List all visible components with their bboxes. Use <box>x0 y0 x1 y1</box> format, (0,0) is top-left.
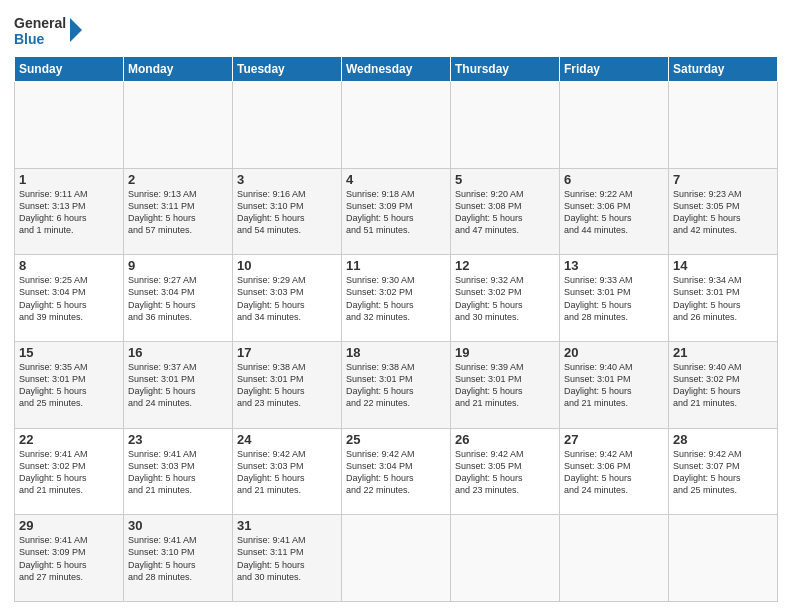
calendar-cell <box>342 515 451 602</box>
calendar-cell: 12Sunrise: 9:32 AM Sunset: 3:02 PM Dayli… <box>451 255 560 342</box>
calendar-cell: 29Sunrise: 9:41 AM Sunset: 3:09 PM Dayli… <box>15 515 124 602</box>
svg-marker-2 <box>70 18 82 42</box>
day-info: Sunrise: 9:37 AM Sunset: 3:01 PM Dayligh… <box>128 361 228 410</box>
day-info: Sunrise: 9:13 AM Sunset: 3:11 PM Dayligh… <box>128 188 228 237</box>
day-info: Sunrise: 9:22 AM Sunset: 3:06 PM Dayligh… <box>564 188 664 237</box>
day-info: Sunrise: 9:23 AM Sunset: 3:05 PM Dayligh… <box>673 188 773 237</box>
calendar-cell: 4Sunrise: 9:18 AM Sunset: 3:09 PM Daylig… <box>342 168 451 255</box>
day-number: 23 <box>128 432 228 447</box>
day-info: Sunrise: 9:41 AM Sunset: 3:02 PM Dayligh… <box>19 448 119 497</box>
calendar-cell: 21Sunrise: 9:40 AM Sunset: 3:02 PM Dayli… <box>669 341 778 428</box>
calendar-cell: 2Sunrise: 9:13 AM Sunset: 3:11 PM Daylig… <box>124 168 233 255</box>
calendar-cell: 26Sunrise: 9:42 AM Sunset: 3:05 PM Dayli… <box>451 428 560 515</box>
calendar-cell: 30Sunrise: 9:41 AM Sunset: 3:10 PM Dayli… <box>124 515 233 602</box>
page-container: GeneralBlue SundayMondayTuesdayWednesday… <box>0 0 792 612</box>
day-number: 24 <box>237 432 337 447</box>
calendar-week-5: 29Sunrise: 9:41 AM Sunset: 3:09 PM Dayli… <box>15 515 778 602</box>
day-info: Sunrise: 9:35 AM Sunset: 3:01 PM Dayligh… <box>19 361 119 410</box>
day-info: Sunrise: 9:42 AM Sunset: 3:05 PM Dayligh… <box>455 448 555 497</box>
calendar-cell: 7Sunrise: 9:23 AM Sunset: 3:05 PM Daylig… <box>669 168 778 255</box>
day-info: Sunrise: 9:29 AM Sunset: 3:03 PM Dayligh… <box>237 274 337 323</box>
day-number: 8 <box>19 258 119 273</box>
calendar-header-row: SundayMondayTuesdayWednesdayThursdayFrid… <box>15 57 778 82</box>
calendar-week-4: 22Sunrise: 9:41 AM Sunset: 3:02 PM Dayli… <box>15 428 778 515</box>
calendar-cell <box>342 82 451 169</box>
day-number: 16 <box>128 345 228 360</box>
calendar-cell: 28Sunrise: 9:42 AM Sunset: 3:07 PM Dayli… <box>669 428 778 515</box>
calendar-cell: 15Sunrise: 9:35 AM Sunset: 3:01 PM Dayli… <box>15 341 124 428</box>
logo-svg: GeneralBlue <box>14 12 84 48</box>
col-header-wednesday: Wednesday <box>342 57 451 82</box>
day-info: Sunrise: 9:18 AM Sunset: 3:09 PM Dayligh… <box>346 188 446 237</box>
day-number: 21 <box>673 345 773 360</box>
day-number: 27 <box>564 432 664 447</box>
day-info: Sunrise: 9:16 AM Sunset: 3:10 PM Dayligh… <box>237 188 337 237</box>
calendar-cell <box>124 82 233 169</box>
day-number: 25 <box>346 432 446 447</box>
calendar-cell: 27Sunrise: 9:42 AM Sunset: 3:06 PM Dayli… <box>560 428 669 515</box>
day-number: 30 <box>128 518 228 533</box>
calendar-cell <box>560 515 669 602</box>
calendar-cell <box>451 515 560 602</box>
calendar-cell: 17Sunrise: 9:38 AM Sunset: 3:01 PM Dayli… <box>233 341 342 428</box>
day-info: Sunrise: 9:38 AM Sunset: 3:01 PM Dayligh… <box>237 361 337 410</box>
logo: GeneralBlue <box>14 12 84 48</box>
calendar-cell: 19Sunrise: 9:39 AM Sunset: 3:01 PM Dayli… <box>451 341 560 428</box>
day-number: 5 <box>455 172 555 187</box>
svg-text:Blue: Blue <box>14 31 45 47</box>
calendar-week-3: 15Sunrise: 9:35 AM Sunset: 3:01 PM Dayli… <box>15 341 778 428</box>
day-number: 20 <box>564 345 664 360</box>
day-info: Sunrise: 9:41 AM Sunset: 3:11 PM Dayligh… <box>237 534 337 583</box>
calendar-cell <box>15 82 124 169</box>
day-info: Sunrise: 9:11 AM Sunset: 3:13 PM Dayligh… <box>19 188 119 237</box>
day-number: 19 <box>455 345 555 360</box>
calendar-week-0 <box>15 82 778 169</box>
day-info: Sunrise: 9:33 AM Sunset: 3:01 PM Dayligh… <box>564 274 664 323</box>
day-number: 13 <box>564 258 664 273</box>
calendar-cell <box>233 82 342 169</box>
day-info: Sunrise: 9:42 AM Sunset: 3:06 PM Dayligh… <box>564 448 664 497</box>
day-info: Sunrise: 9:27 AM Sunset: 3:04 PM Dayligh… <box>128 274 228 323</box>
col-header-monday: Monday <box>124 57 233 82</box>
day-number: 15 <box>19 345 119 360</box>
calendar-cell: 13Sunrise: 9:33 AM Sunset: 3:01 PM Dayli… <box>560 255 669 342</box>
day-number: 9 <box>128 258 228 273</box>
day-number: 18 <box>346 345 446 360</box>
calendar-cell: 8Sunrise: 9:25 AM Sunset: 3:04 PM Daylig… <box>15 255 124 342</box>
day-number: 3 <box>237 172 337 187</box>
day-number: 10 <box>237 258 337 273</box>
day-info: Sunrise: 9:42 AM Sunset: 3:04 PM Dayligh… <box>346 448 446 497</box>
calendar-week-1: 1Sunrise: 9:11 AM Sunset: 3:13 PM Daylig… <box>15 168 778 255</box>
day-info: Sunrise: 9:41 AM Sunset: 3:03 PM Dayligh… <box>128 448 228 497</box>
calendar-cell: 20Sunrise: 9:40 AM Sunset: 3:01 PM Dayli… <box>560 341 669 428</box>
day-info: Sunrise: 9:32 AM Sunset: 3:02 PM Dayligh… <box>455 274 555 323</box>
calendar-cell: 25Sunrise: 9:42 AM Sunset: 3:04 PM Dayli… <box>342 428 451 515</box>
calendar-cell <box>669 82 778 169</box>
day-number: 11 <box>346 258 446 273</box>
calendar-cell: 5Sunrise: 9:20 AM Sunset: 3:08 PM Daylig… <box>451 168 560 255</box>
day-info: Sunrise: 9:39 AM Sunset: 3:01 PM Dayligh… <box>455 361 555 410</box>
calendar-cell <box>451 82 560 169</box>
calendar-cell: 10Sunrise: 9:29 AM Sunset: 3:03 PM Dayli… <box>233 255 342 342</box>
calendar-cell: 14Sunrise: 9:34 AM Sunset: 3:01 PM Dayli… <box>669 255 778 342</box>
day-number: 4 <box>346 172 446 187</box>
calendar-week-2: 8Sunrise: 9:25 AM Sunset: 3:04 PM Daylig… <box>15 255 778 342</box>
day-number: 29 <box>19 518 119 533</box>
day-info: Sunrise: 9:38 AM Sunset: 3:01 PM Dayligh… <box>346 361 446 410</box>
calendar-cell <box>560 82 669 169</box>
col-header-tuesday: Tuesday <box>233 57 342 82</box>
calendar-cell: 11Sunrise: 9:30 AM Sunset: 3:02 PM Dayli… <box>342 255 451 342</box>
day-number: 7 <box>673 172 773 187</box>
day-info: Sunrise: 9:30 AM Sunset: 3:02 PM Dayligh… <box>346 274 446 323</box>
day-number: 2 <box>128 172 228 187</box>
calendar-cell: 22Sunrise: 9:41 AM Sunset: 3:02 PM Dayli… <box>15 428 124 515</box>
day-number: 31 <box>237 518 337 533</box>
calendar-cell: 16Sunrise: 9:37 AM Sunset: 3:01 PM Dayli… <box>124 341 233 428</box>
calendar-cell: 24Sunrise: 9:42 AM Sunset: 3:03 PM Dayli… <box>233 428 342 515</box>
day-number: 12 <box>455 258 555 273</box>
day-info: Sunrise: 9:34 AM Sunset: 3:01 PM Dayligh… <box>673 274 773 323</box>
calendar-cell: 1Sunrise: 9:11 AM Sunset: 3:13 PM Daylig… <box>15 168 124 255</box>
day-number: 6 <box>564 172 664 187</box>
svg-text:General: General <box>14 15 66 31</box>
day-info: Sunrise: 9:40 AM Sunset: 3:02 PM Dayligh… <box>673 361 773 410</box>
